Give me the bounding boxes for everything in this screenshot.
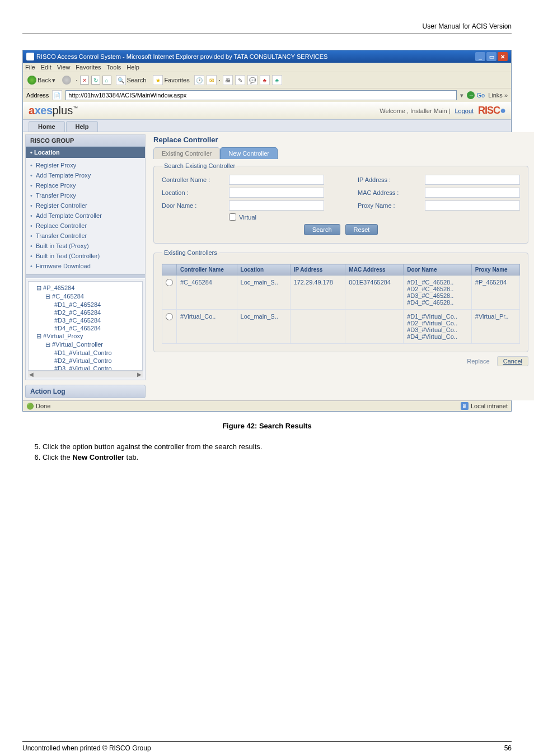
- go-button[interactable]: →Go: [467, 91, 485, 99]
- proxy-input[interactable]: [425, 200, 520, 211]
- tree-node[interactable]: #D2_#C_465284: [31, 309, 140, 316]
- mac-input[interactable]: [425, 188, 520, 198]
- menu-help[interactable]: Help: [127, 64, 139, 71]
- sidebar-item-transfer-controller[interactable]: Transfer Controller: [26, 231, 145, 241]
- edit-icon[interactable]: ✎: [235, 75, 245, 85]
- sidebar-divider: [26, 274, 145, 279]
- maximize-icon[interactable]: ▭: [486, 52, 496, 61]
- app-content: axesplus™ Welcome , Installer Main | Log…: [23, 102, 511, 400]
- step-5: Click the option button against the cont…: [43, 442, 512, 451]
- reset-button[interactable]: Reset: [345, 224, 378, 235]
- tab-home[interactable]: Home: [29, 121, 65, 132]
- tool2-icon[interactable]: ♣: [272, 75, 282, 85]
- controller-name-input[interactable]: [229, 175, 324, 185]
- sidebar-item-register-proxy[interactable]: Register Proxy: [26, 160, 145, 170]
- tree-scrollbar[interactable]: ◀▶: [28, 371, 143, 377]
- risco-logo: RISC●: [478, 105, 505, 116]
- home-icon[interactable]: ⌂: [102, 76, 111, 85]
- tree-node[interactable]: ⊟ #P_465284: [31, 284, 140, 292]
- minimize-icon[interactable]: _: [475, 52, 485, 61]
- tree-node[interactable]: #D4_#C_465284: [31, 324, 140, 332]
- sidebar-item-bit-proxy[interactable]: Built in Test (Proxy): [26, 241, 145, 251]
- refresh-icon[interactable]: ↻: [91, 76, 100, 85]
- app-tabs: Home Help: [23, 120, 511, 132]
- tree-node[interactable]: #D3_#C_465284: [31, 316, 140, 324]
- links-label[interactable]: Links »: [488, 92, 508, 99]
- tab-help[interactable]: Help: [66, 121, 99, 132]
- star-icon: ★: [153, 75, 163, 85]
- toolbar: Back ▾ · ✕ ↻ ⌂ 🔍Search ★Favorites 🕑 ✉ · …: [23, 72, 511, 88]
- virtual-checkbox[interactable]: [229, 213, 236, 221]
- tree-node[interactable]: #D3_#Virtual_Contro: [31, 365, 140, 371]
- mail-icon[interactable]: ✉: [207, 75, 217, 85]
- sidebar-item-add-template-proxy[interactable]: Add Template Proxy: [26, 170, 145, 180]
- row-radio[interactable]: [166, 313, 173, 320]
- table-row: #Virtual_Co.. Loc_main_S.. #D1_#Virtual_…: [162, 310, 520, 344]
- back-icon: [27, 76, 36, 85]
- sidebar-section-location[interactable]: • Location: [26, 147, 145, 158]
- sidebar-item-replace-controller[interactable]: Replace Controller: [26, 221, 145, 231]
- tree-node[interactable]: ⊟ #Virtual_Proxy: [31, 332, 140, 340]
- browser-window: RISCO Access Control System - Microsoft …: [22, 50, 512, 412]
- cancel-button[interactable]: Cancel: [497, 356, 528, 366]
- results-table: Controller Name Location IP Address MAC …: [162, 264, 520, 344]
- location-label: Location :: [162, 189, 223, 196]
- mac-label: MAC Address :: [358, 189, 419, 196]
- tab-existing-controller[interactable]: Existing Controller: [153, 147, 220, 159]
- menu-file[interactable]: File: [25, 64, 35, 71]
- door-name-input[interactable]: [229, 200, 324, 211]
- menu-tools[interactable]: Tools: [107, 64, 121, 71]
- row-radio[interactable]: [166, 279, 173, 286]
- logout-link[interactable]: Logout: [455, 108, 474, 114]
- print-icon[interactable]: 🖶: [223, 75, 233, 85]
- cell-proxy: #P_465284: [471, 276, 519, 310]
- col-controller-name: Controller Name: [177, 264, 237, 276]
- stop-icon[interactable]: ✕: [80, 76, 89, 85]
- location-input[interactable]: [229, 188, 324, 198]
- sidebar-menu: Register Proxy Add Template Proxy Replac…: [26, 158, 145, 274]
- tree-node[interactable]: ⊟ #C_465284: [31, 292, 140, 301]
- favorites-button[interactable]: ★Favorites: [151, 74, 191, 86]
- sidebar-item-bit-controller[interactable]: Built in Test (Controller): [26, 251, 145, 261]
- search-icon: 🔍: [116, 75, 126, 85]
- cell-ip: 172.29.49.178: [290, 276, 345, 310]
- step-6: Click the New Controller tab.: [43, 453, 512, 461]
- menu-favorites[interactable]: Favorites: [76, 64, 101, 71]
- history-icon[interactable]: 🕑: [194, 75, 204, 85]
- sidebar-item-firmware-download[interactable]: Firmware Download: [26, 261, 145, 271]
- virtual-label: Virtual: [239, 214, 256, 221]
- back-button[interactable]: Back ▾: [25, 74, 58, 86]
- discuss-icon[interactable]: 💬: [247, 75, 257, 85]
- sidebar-item-add-template-controller[interactable]: Add Template Controller: [26, 211, 145, 221]
- close-icon[interactable]: ✕: [498, 52, 508, 61]
- search-button[interactable]: 🔍Search: [114, 74, 149, 86]
- tree-node[interactable]: #D1_#C_465284: [31, 301, 140, 309]
- cell-mac: 001E37465284: [345, 276, 404, 310]
- page-header: User Manual for ACIS Version: [22, 22, 512, 30]
- search-button[interactable]: Search: [304, 224, 340, 235]
- sidebar-tree[interactable]: ⊟ #P_465284 ⊟ #C_465284 #D1_#C_465284 #D…: [28, 281, 143, 371]
- tree-node[interactable]: ⊟ #Virtual_Controller: [31, 340, 140, 349]
- tree-node[interactable]: #D1_#Virtual_Contro: [31, 349, 140, 357]
- page-title: Replace Controller: [153, 136, 528, 144]
- results-fieldset: Existing Controllers Controller Name Loc…: [153, 249, 528, 352]
- action-log-button[interactable]: Action Log: [25, 385, 146, 398]
- replace-button[interactable]: Replace: [467, 358, 489, 365]
- ip-input[interactable]: [425, 175, 520, 185]
- address-input[interactable]: [65, 90, 457, 100]
- col-door: Door Name: [404, 264, 472, 276]
- menu-edit[interactable]: Edit: [41, 64, 51, 71]
- sidebar-item-replace-proxy[interactable]: Replace Proxy: [26, 180, 145, 190]
- tool-icon[interactable]: ♣: [260, 75, 270, 85]
- tab-new-controller[interactable]: New Controller: [220, 147, 278, 159]
- intranet-icon: 🖥: [461, 402, 469, 410]
- inner-tabs: Existing Controller New Controller: [153, 147, 528, 159]
- col-mac: MAC Address: [345, 264, 404, 276]
- tree-node[interactable]: #D2_#Virtual_Contro: [31, 357, 140, 365]
- titlebar: RISCO Access Control System - Microsoft …: [23, 50, 511, 63]
- menu-view[interactable]: View: [57, 64, 71, 71]
- sidebar-item-register-controller[interactable]: Register Controller: [26, 200, 145, 211]
- forward-button[interactable]: [60, 74, 73, 86]
- footer-page-number: 56: [504, 744, 512, 752]
- sidebar-item-transfer-proxy[interactable]: Transfer Proxy: [26, 190, 145, 200]
